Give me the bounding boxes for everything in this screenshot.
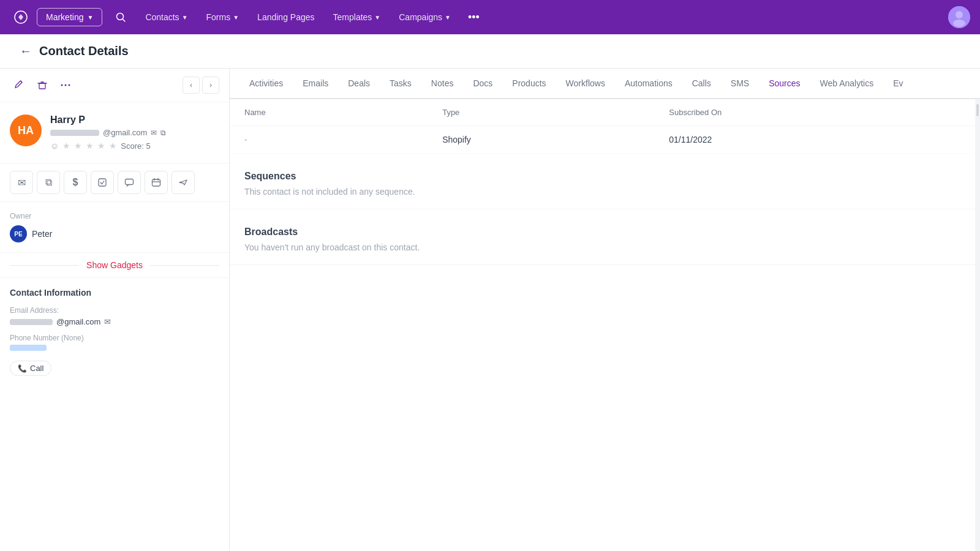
svg-rect-9 bbox=[99, 179, 106, 186]
mood-icon: ☺ bbox=[50, 141, 59, 151]
email-blurred bbox=[10, 319, 53, 325]
show-gadgets-row: Show Gadgets bbox=[10, 260, 219, 270]
tab-sources[interactable]: Sources bbox=[759, 69, 810, 99]
divider bbox=[150, 265, 219, 266]
tab-products[interactable]: Products bbox=[502, 69, 556, 99]
scrollbar[interactable] bbox=[975, 99, 980, 551]
email-field-label: Email Address: bbox=[10, 306, 219, 315]
tabs-bar: Activities Emails Deals Tasks Notes Docs… bbox=[230, 69, 980, 99]
tab-web-analytics[interactable]: Web Analytics bbox=[810, 69, 884, 99]
contact-avatar: HA bbox=[10, 114, 42, 146]
email-icon: ✉ bbox=[151, 129, 157, 137]
chevron-down-icon: ▼ bbox=[182, 14, 188, 21]
deal-button[interactable]: $ bbox=[64, 171, 87, 194]
chevron-down-icon: ▼ bbox=[445, 14, 451, 21]
avatar[interactable] bbox=[948, 6, 970, 28]
sources-table: Name Type Subscribed On - Shopify 01/11/… bbox=[230, 99, 975, 154]
duplicate-button[interactable]: ⧉ bbox=[37, 171, 60, 194]
contact-information-heading: Contact Information bbox=[10, 288, 219, 298]
email-blurred bbox=[50, 130, 99, 136]
page: ← Contact Details bbox=[0, 34, 980, 551]
copy-icon[interactable]: ⧉ bbox=[160, 129, 166, 137]
tab-calls[interactable]: Calls bbox=[682, 69, 721, 99]
page-title: Contact Details bbox=[39, 44, 129, 58]
broadcasts-title: Broadcasts bbox=[244, 227, 960, 238]
tab-content-area: Name Type Subscribed On - Shopify 01/11/… bbox=[230, 99, 980, 551]
search-button[interactable] bbox=[110, 6, 132, 28]
svg-point-6 bbox=[61, 84, 63, 86]
tab-automations[interactable]: Automations bbox=[615, 69, 682, 99]
table-row: - Shopify 01/11/2022 bbox=[230, 126, 975, 154]
owner-section: Owner PE Peter bbox=[0, 202, 229, 253]
prev-contact-button[interactable]: ‹ bbox=[183, 77, 200, 94]
source-type: Shopify bbox=[428, 126, 654, 154]
contact-score-row: ☺ ★ ★ ★ ★ ★ Score: 5 bbox=[50, 141, 219, 151]
app-selector[interactable]: Marketing ▼ bbox=[37, 8, 102, 26]
nav-item-forms[interactable]: Forms ▼ bbox=[198, 7, 248, 27]
tab-docs[interactable]: Docs bbox=[463, 69, 502, 99]
tab-activities[interactable]: Activities bbox=[239, 69, 293, 99]
contact-card: HA Harry P @gmail.com ✉ ⧉ ☺ ★ ★ ★ bbox=[0, 102, 229, 163]
sources-col-type: Type bbox=[428, 99, 654, 126]
tab-content-sources: Name Type Subscribed On - Shopify 01/11/… bbox=[230, 99, 975, 551]
nav-item-landing-pages[interactable]: Landing Pages bbox=[249, 7, 323, 27]
tab-tasks[interactable]: Tasks bbox=[380, 69, 421, 99]
svg-rect-5 bbox=[39, 83, 45, 89]
sequences-title: Sequences bbox=[244, 171, 960, 182]
send-button[interactable] bbox=[172, 171, 195, 194]
chevron-down-icon: ▼ bbox=[233, 14, 239, 21]
task-button[interactable] bbox=[91, 171, 114, 194]
broadcasts-section: Broadcasts You haven't run any broadcast… bbox=[230, 209, 975, 265]
contact-name: Harry P bbox=[50, 114, 219, 126]
send-email-button[interactable]: ✉ bbox=[10, 171, 33, 194]
tab-ev[interactable]: Ev bbox=[883, 69, 913, 99]
left-panel: ‹ › HA Harry P @gmail.com ✉ ⧉ bbox=[0, 69, 230, 551]
contact-email-domain: @gmail.com bbox=[103, 128, 147, 137]
svg-point-3 bbox=[956, 11, 963, 18]
chevron-down-icon: ▼ bbox=[374, 14, 380, 21]
sequences-section: Sequences This contact is not included i… bbox=[230, 154, 975, 209]
nav-item-templates[interactable]: Templates ▼ bbox=[325, 7, 390, 27]
app-selector-label: Marketing bbox=[46, 12, 83, 22]
next-contact-button[interactable]: › bbox=[202, 77, 219, 94]
page-header: ← Contact Details bbox=[0, 34, 980, 69]
more-menu-button[interactable]: ••• bbox=[461, 6, 487, 29]
svg-point-4 bbox=[953, 20, 965, 27]
top-navigation: Marketing ▼ Contacts ▼ Forms ▼ Landing P… bbox=[0, 0, 980, 34]
main-content: ‹ › HA Harry P @gmail.com ✉ ⧉ bbox=[0, 69, 980, 551]
phone-field-label: Phone Number (None) bbox=[10, 334, 219, 342]
phone-icon: 📞 bbox=[18, 364, 27, 373]
svg-rect-10 bbox=[126, 179, 134, 185]
svg-rect-11 bbox=[153, 179, 160, 186]
svg-point-7 bbox=[65, 84, 67, 86]
tab-deals[interactable]: Deals bbox=[338, 69, 380, 99]
broadcasts-empty-message: You haven't run any broadcast on this co… bbox=[244, 242, 960, 252]
message-button[interactable] bbox=[118, 171, 141, 194]
edit-button[interactable] bbox=[10, 76, 28, 94]
tab-notes[interactable]: Notes bbox=[421, 69, 464, 99]
nav-item-contacts[interactable]: Contacts ▼ bbox=[137, 7, 196, 27]
svg-point-8 bbox=[69, 84, 70, 86]
phone-field-value bbox=[10, 345, 219, 351]
divider bbox=[10, 265, 79, 266]
email-icon: ✉ bbox=[104, 317, 111, 326]
owner-label: Owner bbox=[10, 212, 219, 220]
nav-item-campaigns[interactable]: Campaigns ▼ bbox=[390, 7, 459, 27]
show-gadgets-button[interactable]: Show Gadgets bbox=[86, 260, 143, 270]
more-options-button[interactable] bbox=[56, 76, 75, 94]
calendar-button[interactable] bbox=[145, 171, 168, 194]
back-button[interactable]: ← bbox=[20, 44, 32, 58]
tab-sms[interactable]: SMS bbox=[721, 69, 759, 99]
contact-information-section: Contact Information Email Address: @gmai… bbox=[0, 278, 229, 386]
delete-button[interactable] bbox=[33, 76, 51, 94]
source-name: - bbox=[230, 126, 428, 154]
app-logo bbox=[10, 6, 32, 28]
sequences-empty-message: This contact is not included in any sequ… bbox=[244, 187, 960, 197]
tab-workflows[interactable]: Workflows bbox=[556, 69, 615, 99]
email-field-value: @gmail.com ✉ bbox=[10, 317, 219, 326]
owner-name: Peter bbox=[32, 229, 52, 239]
phone-blurred bbox=[10, 345, 47, 351]
call-button[interactable]: 📞 Call bbox=[10, 361, 51, 376]
sources-col-name: Name bbox=[230, 99, 428, 126]
tab-emails[interactable]: Emails bbox=[293, 69, 338, 99]
